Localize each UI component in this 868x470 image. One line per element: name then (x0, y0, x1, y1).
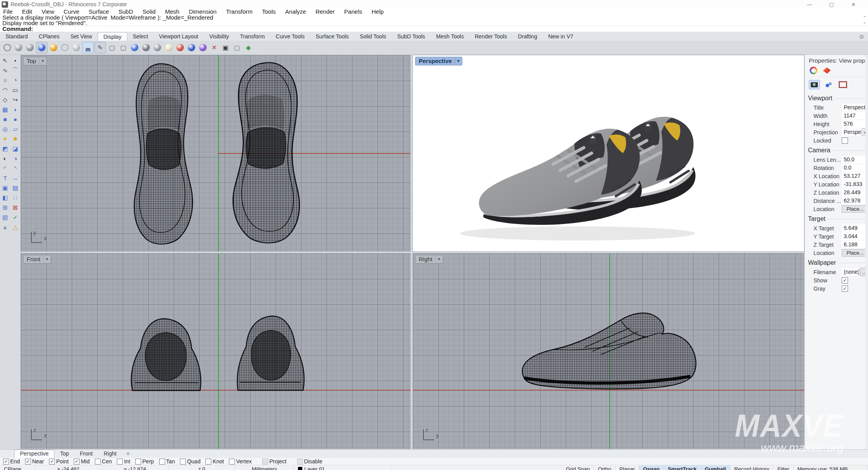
toolbar-tab[interactable]: SubD Tools (392, 32, 430, 41)
rgb-cube-display-icon[interactable]: ◆ (243, 42, 254, 53)
checkbox[interactable] (25, 459, 31, 465)
sphere-arrow-display-icon[interactable] (141, 42, 151, 53)
checkbox[interactable] (205, 459, 211, 465)
menu-item[interactable]: Panels (340, 9, 367, 15)
checkbox[interactable] (95, 459, 101, 465)
cubes-display-icon[interactable]: ▢ (232, 42, 242, 53)
checkbox[interactable] (297, 459, 303, 465)
technical-hidden-display-icon[interactable]: ▢ (118, 42, 129, 53)
panel-scrollbar[interactable] (865, 55, 868, 449)
point-icon[interactable]: • (10, 56, 20, 65)
menu-item[interactable]: Tools (257, 9, 280, 15)
property-value[interactable]: 6.188 (842, 241, 868, 248)
viewport-title-perspective[interactable]: Perspective ▾ (415, 57, 462, 65)
property-value[interactable]: 50.0 (842, 156, 868, 163)
status-segment[interactable]: Osnap (639, 465, 664, 470)
viewport-top[interactable]: Top ▾ yx (20, 55, 411, 252)
cone-icon[interactable]: ▲ (0, 222, 10, 232)
group-icon[interactable]: ▣ (0, 183, 10, 193)
torus-icon[interactable]: ◎ (0, 124, 10, 134)
blue-sphere-display-icon[interactable] (186, 42, 197, 53)
toolbar-tab[interactable]: Standard (0, 32, 33, 41)
maximize-button[interactable]: ▢ (826, 2, 837, 7)
dimension-icon[interactable]: ↔ (10, 173, 20, 183)
gray-sphere-display-icon[interactable] (152, 42, 163, 53)
block-icon[interactable]: ⊠ (10, 202, 20, 212)
toolbar-tab[interactable]: Viewport Layout (154, 32, 204, 41)
material-tab-icon[interactable] (823, 67, 831, 74)
chevron-down-icon[interactable]: ▾ (436, 257, 440, 262)
property-value[interactable]: -31.833 (842, 181, 868, 188)
rendered-display-icon[interactable] (36, 42, 47, 53)
osnap-toggle[interactable]: Project (262, 458, 287, 465)
menu-item[interactable]: Transform (221, 9, 257, 15)
technical-display-icon[interactable]: ▢ (107, 42, 117, 53)
status-segment[interactable]: Grid Snap (562, 465, 594, 470)
menu-item[interactable]: Render (311, 9, 340, 15)
osnap-toggle[interactable]: Perp (135, 458, 154, 465)
toolbar-tab[interactable]: Surface Tools (310, 32, 354, 41)
toolbar-tab[interactable]: Visibility (204, 32, 234, 41)
viewport-tab[interactable]: Top (54, 450, 74, 458)
checkbox[interactable] (135, 459, 141, 465)
checkbox[interactable] (262, 459, 268, 465)
osnap-toggle[interactable]: Knot (205, 458, 224, 465)
osnap-toggle[interactable]: Disable (297, 458, 323, 465)
boolean-difference-icon[interactable]: ◑ (10, 154, 20, 163)
toolbar-tab[interactable]: Solid Tools (354, 32, 392, 41)
osnap-toggle[interactable]: End (3, 458, 20, 465)
fillet-curve-icon[interactable]: ◜ (0, 163, 10, 173)
shaded-all-display-icon[interactable] (25, 42, 35, 53)
property-value[interactable]: 28.449 (842, 189, 868, 196)
checkbox[interactable] (3, 459, 9, 465)
camera-page-button[interactable] (809, 80, 820, 89)
toolbar-tab[interactable]: Curve Tools (270, 32, 310, 41)
checkbox[interactable] (229, 459, 235, 465)
solid-union-icon[interactable]: ◧ (0, 193, 10, 202)
copy-icon[interactable]: ▥ (0, 212, 10, 222)
artistic-display-icon[interactable]: ◛ (82, 42, 94, 53)
viewport-title-right[interactable]: Right ▾ (415, 255, 443, 264)
property-value[interactable]: 576 (842, 120, 868, 128)
property-value[interactable]: (none) (842, 268, 859, 276)
gear-icon[interactable]: ⚙ (859, 34, 864, 41)
property-value[interactable]: Perspect... (842, 128, 861, 136)
osnap-toggle[interactable]: Cen (95, 458, 112, 465)
vertex-display-icon[interactable] (198, 42, 208, 53)
trim-icon[interactable]: ◩ (0, 144, 10, 154)
no-display-icon[interactable]: ✕ (209, 42, 220, 53)
menu-item[interactable]: Help (367, 9, 389, 15)
check-icon[interactable]: ✓ (10, 212, 20, 222)
command-area[interactable]: Select a display mode ( Viewport=Active … (0, 15, 868, 32)
polyline-icon[interactable]: ∿ (0, 65, 10, 75)
ellipse-icon[interactable]: ◔ (10, 75, 20, 85)
osnap-toggle[interactable]: Near (25, 458, 44, 465)
status-segment[interactable]: Planar (616, 465, 639, 470)
property-value[interactable]: 0.0 (842, 164, 868, 172)
viewport-front[interactable]: Front ▾ zx (20, 253, 411, 449)
curve-interpolate-icon[interactable]: ⌒ (10, 65, 20, 75)
scroll-down-icon[interactable]: ⌄ (863, 20, 866, 24)
status-segment[interactable]: y -12.874 (102, 465, 169, 470)
pyramid-icon[interactable]: △ (10, 222, 20, 232)
toolbar-tab[interactable]: Drafting (512, 32, 543, 41)
status-segment[interactable] (392, 465, 562, 470)
status-segment[interactable]: Millimeters (235, 465, 294, 470)
status-segment[interactable]: x -24.482 (35, 465, 102, 470)
ghosted-display-icon[interactable] (60, 42, 70, 53)
viewport-perspective[interactable]: Perspective ▾ (412, 55, 804, 252)
property-value[interactable]: 3.044 (842, 233, 868, 240)
property-value[interactable]: 62.978 (842, 197, 868, 204)
wallpaper-page-button[interactable] (838, 80, 848, 89)
xray-display-icon[interactable] (71, 42, 82, 53)
boolean-union-icon[interactable]: ◐ (0, 154, 10, 163)
osnap-toggle[interactable]: Vertex (229, 458, 252, 465)
polysurface-icon[interactable]: ▱ (10, 124, 20, 134)
blend-curve-icon[interactable]: ◝ (10, 163, 20, 173)
checkbox[interactable] (49, 459, 55, 465)
target-sphere-display-icon[interactable] (175, 42, 185, 53)
toolbar-tab[interactable]: New in V7 (543, 32, 579, 41)
checkbox[interactable] (117, 459, 123, 465)
checkbox[interactable] (842, 277, 848, 284)
rectangular-array-icon[interactable]: ⊞ (0, 202, 10, 212)
